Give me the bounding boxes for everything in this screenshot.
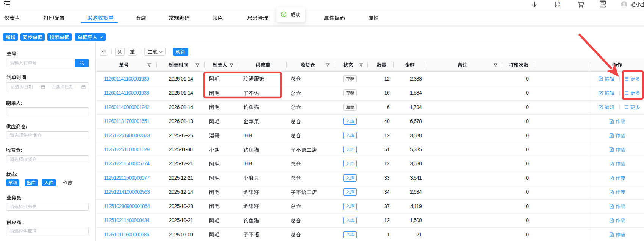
- svg-text:A: A: [558, 1, 560, 5]
- svg-text:Z: Z: [558, 5, 560, 8]
